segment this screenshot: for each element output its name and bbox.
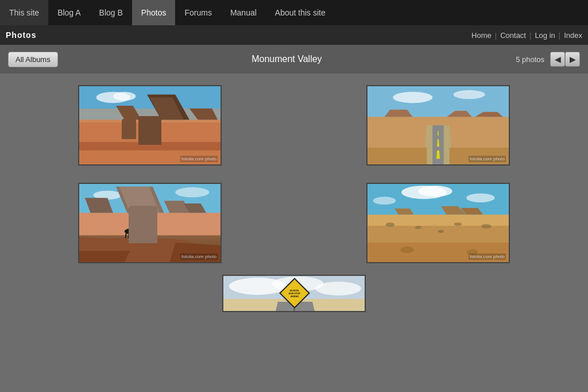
- svg-point-69: [315, 282, 361, 295]
- svg-line-41: [134, 233, 135, 238]
- separator-3: |: [559, 31, 560, 40]
- svg-rect-24: [368, 148, 427, 164]
- photo-4-watermark: fotolia.com photo: [469, 253, 506, 260]
- svg-marker-19: [436, 151, 440, 159]
- svg-rect-31: [120, 187, 150, 190]
- photo-grid: fotolia.com photo: [0, 74, 588, 275]
- svg-point-58: [385, 222, 394, 227]
- photo-1-watermark: fotolia.com photo: [180, 156, 218, 162]
- svg-line-43: [134, 228, 136, 230]
- photo-item-4[interactable]: fotolia.com photo: [366, 183, 510, 263]
- top-navigation: This site Blog A Blog B Photos Forums Ma…: [0, 0, 588, 25]
- photo-thumb-2: fotolia.com photo: [366, 85, 510, 166]
- photo-thumb-3: fotolia.com photo: [78, 183, 222, 263]
- svg-point-59: [415, 226, 422, 229]
- photo-item-3[interactable]: fotolia.com photo: [78, 183, 222, 263]
- svg-point-61: [481, 224, 492, 229]
- svg-point-52: [373, 197, 396, 205]
- svg-line-38: [126, 233, 126, 238]
- svg-point-64: [400, 247, 414, 253]
- photo-item-2[interactable]: fotolia.com photo: [366, 85, 510, 166]
- svg-point-12: [393, 92, 432, 103]
- next-arrow[interactable]: ▶: [565, 52, 580, 67]
- album-title: Monument Valley: [58, 54, 516, 64]
- separator-1: |: [495, 31, 497, 40]
- svg-point-28: [175, 187, 209, 197]
- svg-point-13: [454, 90, 485, 99]
- svg-point-50: [419, 186, 452, 197]
- nav-about-this-site[interactable]: About this site: [266, 0, 335, 25]
- album-bar: All Albums Monument Valley 5 photos ◀ ▶: [0, 45, 588, 74]
- separator-2: |: [529, 31, 531, 40]
- sub-header: Photos Home | Contact | Log in | Index: [0, 25, 588, 45]
- svg-point-42: [134, 228, 138, 231]
- nav-photos[interactable]: Photos: [132, 0, 176, 25]
- svg-point-2: [113, 92, 136, 101]
- photo-thumb-1: fotolia.com photo: [78, 85, 222, 166]
- photo-thumb-4: fotolia.com photo: [366, 183, 510, 263]
- login-link[interactable]: Log in: [535, 31, 555, 40]
- svg-point-60: [454, 222, 462, 226]
- section-label: Photos: [6, 30, 48, 40]
- prev-arrow[interactable]: ◀: [550, 52, 565, 67]
- svg-marker-46: [79, 251, 130, 262]
- svg-point-51: [466, 194, 494, 203]
- photo-thumb-5: SCHOOL BUS STOP AHEAD: [222, 275, 366, 312]
- photo-item-5[interactable]: SCHOOL BUS STOP AHEAD: [222, 275, 366, 312]
- nav-forums[interactable]: Forums: [175, 0, 220, 25]
- svg-text:AHEAD: AHEAD: [291, 295, 299, 298]
- svg-point-62: [438, 230, 444, 233]
- sub-header-links: Home | Contact | Log in | Index: [471, 31, 582, 40]
- nav-blog-b[interactable]: Blog B: [90, 0, 132, 25]
- contact-link[interactable]: Contact: [500, 31, 526, 40]
- all-albums-button[interactable]: All Albums: [8, 52, 58, 67]
- svg-rect-35: [79, 213, 220, 236]
- home-link[interactable]: Home: [471, 31, 492, 40]
- svg-line-39: [129, 233, 129, 238]
- svg-point-45: [129, 223, 133, 226]
- nav-this-site[interactable]: This site: [0, 0, 48, 25]
- photo-item-1[interactable]: fotolia.com photo: [78, 85, 222, 166]
- photo-2-watermark: fotolia.com photo: [469, 156, 506, 162]
- index-link[interactable]: Index: [564, 31, 582, 40]
- photo-3-watermark: fotolia.com photo: [180, 253, 218, 260]
- svg-rect-44: [129, 226, 133, 232]
- nav-blog-a[interactable]: Blog A: [48, 0, 90, 25]
- fifth-photo-row: SCHOOL BUS STOP AHEAD: [0, 275, 588, 324]
- nav-manual[interactable]: Manual: [221, 0, 266, 25]
- photo-count: 5 photos: [516, 55, 544, 64]
